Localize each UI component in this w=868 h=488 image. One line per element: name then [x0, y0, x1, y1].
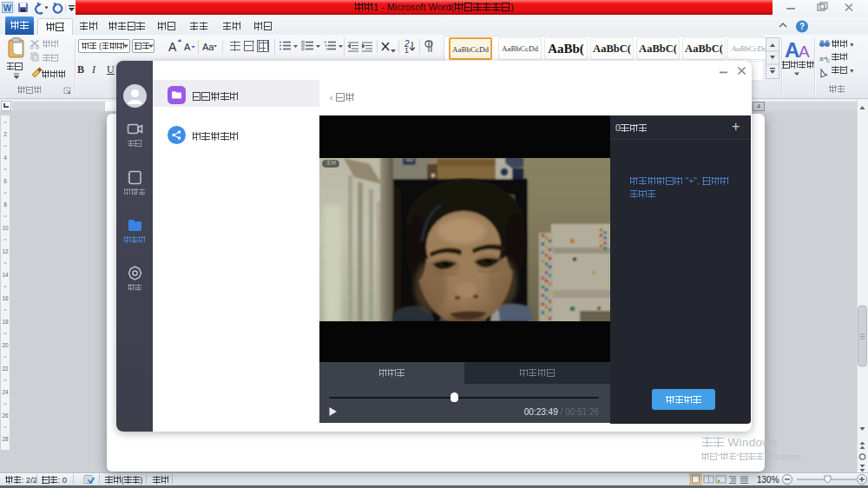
svg-text:10: 10 — [2, 225, 9, 231]
svg-text:16: 16 — [2, 295, 9, 301]
svg-text:4: 4 — [3, 155, 7, 161]
svg-text:24: 24 — [2, 389, 9, 395]
svg-text:22: 22 — [2, 366, 9, 372]
svg-text:130%: 130% — [757, 475, 779, 485]
svg-text:A: A — [799, 43, 810, 61]
svg-text:W: W — [3, 3, 12, 13]
svg-text:c: c — [826, 56, 830, 64]
svg-text:26: 26 — [2, 412, 9, 419]
svg-text:14: 14 — [2, 272, 9, 278]
svg-text:20: 20 — [2, 342, 9, 348]
svg-text:A: A — [184, 42, 191, 52]
svg-text:1: 1 — [404, 46, 409, 55]
svg-text:?: ? — [799, 22, 805, 31]
svg-text:Aa: Aa — [202, 42, 214, 52]
svg-text:6: 6 — [3, 178, 7, 184]
svg-text:18: 18 — [2, 319, 9, 325]
svg-text:a: a — [819, 55, 824, 63]
svg-text:A: A — [785, 38, 799, 61]
svg-text:12: 12 — [2, 248, 9, 254]
svg-text:28: 28 — [2, 436, 9, 442]
svg-text:2: 2 — [3, 131, 7, 137]
svg-text:A: A — [168, 40, 177, 54]
svg-text:8: 8 — [3, 201, 7, 208]
